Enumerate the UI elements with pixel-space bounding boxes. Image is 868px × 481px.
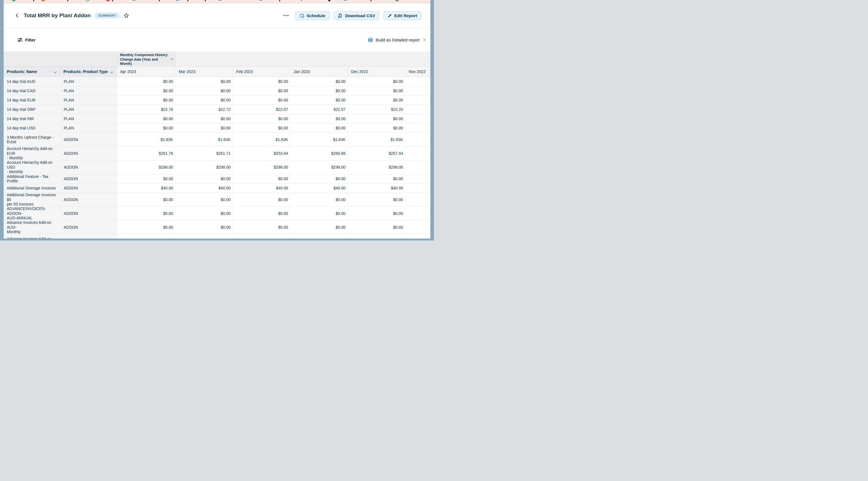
mrr-value-cell: $0.00: [117, 123, 176, 132]
mrr-value-cell: $0.00: [290, 207, 348, 220]
column-header-products-name-label: Products: Name: [7, 69, 37, 74]
product-type-cell: PLAN: [60, 86, 117, 95]
table-body: 14 day trial AUDPLAN$0.00$0.00$0.00$0.00…: [4, 77, 430, 239]
mrr-value-cell: $0.00: [290, 220, 348, 234]
product-type-cell: ADDON: [60, 193, 117, 206]
browser-tab-favicon[interactable]: W: [343, 0, 347, 1]
browser-tab-favicon[interactable]: [106, 0, 110, 1]
summary-badge: SUMMARY: [95, 12, 120, 19]
summary-table: Monthly Component History: Change date (…: [4, 52, 430, 239]
empty-value-cell: [406, 147, 430, 160]
mrr-value-cell: $0.00: [117, 86, 176, 95]
mrr-value-cell: $0.00: [117, 207, 176, 220]
mrr-value-cell: $1.63K: [117, 133, 176, 146]
mrr-value-cell: $260.66: [290, 147, 348, 160]
browser-tab-favicon[interactable]: [85, 0, 89, 1]
empty-value-cell: [406, 86, 430, 95]
empty-value-cell: [233, 234, 290, 239]
browser-tab-favicon[interactable]: [205, 0, 206, 1]
mrr-value-cell: $0.00: [233, 174, 290, 183]
product-name-cell: Advance Invoices Add-on AUD- Monthly: [4, 220, 60, 234]
mrr-value-cell: $0.00: [348, 96, 406, 104]
table-row: 14 day trial INRPLAN$0.00$0.00$0.00$0.00…: [4, 114, 430, 123]
browser-tab-favicon[interactable]: [187, 0, 188, 1]
edit-report-button[interactable]: Edit Report: [383, 11, 421, 20]
mrr-value-cell: $0.00: [348, 193, 406, 206]
product-type-cell: ADDON: [60, 184, 117, 192]
mrr-value-cell: $253.84: [233, 147, 290, 160]
product-type-cell: ADDON: [60, 147, 117, 160]
browser-tab-favicon[interactable]: [279, 0, 280, 1]
browser-tab-favicon[interactable]: W: [176, 0, 180, 1]
column-header-products-name[interactable]: Products: Name: [4, 66, 60, 77]
browser-tab-favicon[interactable]: [33, 0, 34, 1]
browser-tab-favicon[interactable]: W: [218, 0, 222, 1]
browser-tab-favicon[interactable]: V: [300, 0, 304, 1]
table-row: 14 day trial EURPLAN$0.00$0.00$0.00$0.00…: [4, 96, 430, 105]
table-row: Account Hierarchy Add-on USD - MonthlyAD…: [4, 160, 430, 174]
group-header-monthly-component-history[interactable]: Monthly Component History: Change date (…: [117, 52, 176, 66]
chevron-down-icon: [111, 70, 113, 73]
download-csv-button-label: Download CSV: [345, 13, 375, 18]
browser-tab-favicon[interactable]: [112, 0, 113, 1]
table-row: Additional Overage Invoices $5 per 50 In…: [4, 193, 430, 207]
mrr-value-cell: $0.00: [176, 220, 233, 234]
product-name-cell: 14 day trial INR: [4, 114, 60, 123]
table-row: Advance Invoices Add-on EUR-: [4, 234, 430, 239]
column-header-products-product-type[interactable]: Products: Product Type: [60, 66, 117, 77]
empty-value-cell: [406, 220, 430, 234]
favorite-star-button[interactable]: [123, 13, 129, 19]
mrr-value-cell: $40.00: [348, 184, 406, 192]
mrr-value-cell: $22.57: [290, 105, 348, 114]
mrr-value-cell: $0.00: [348, 114, 406, 123]
mrr-value-cell: $0.00: [176, 193, 233, 206]
table-row: 14 day trial GBPPLAN$22.78$22.72$22.07$2…: [4, 105, 430, 114]
mrr-value-cell: $0.00: [176, 114, 233, 123]
mrr-value-cell: $0.00: [290, 174, 348, 183]
mrr-value-cell: $0.00: [233, 207, 290, 220]
product-type-cell: ADDON: [60, 133, 117, 146]
download-csv-button[interactable]: Download CSV: [334, 11, 379, 20]
build-detailed-report-link[interactable]: Build as Detailed report: [368, 37, 425, 42]
empty-value-cell: [406, 133, 430, 146]
browser-tab-strip[interactable]: WWWWVW: [4, 0, 430, 3]
mrr-value-cell: $298.00: [233, 160, 290, 174]
pencil-icon: [388, 13, 392, 18]
mrr-value-cell: $40.00: [233, 184, 290, 192]
filter-button[interactable]: Filter: [18, 37, 35, 42]
product-name-cell: 14 day trial GBP: [4, 105, 60, 114]
mrr-value-cell: $0.00: [290, 193, 348, 206]
column-header-month: Mar 2023: [176, 66, 233, 77]
build-detailed-report-label: Build as Detailed report: [376, 37, 420, 42]
browser-tab-favicon[interactable]: [159, 0, 160, 1]
mrr-value-cell: $0.00: [348, 77, 406, 86]
product-type-cell: PLAN: [60, 114, 117, 123]
browser-tab-favicon[interactable]: [371, 0, 371, 1]
product-name-cell: Account Hierarchy Add-on EUR - Monthly: [4, 147, 60, 160]
empty-value-cell: [176, 234, 233, 239]
mrr-value-cell: $0.00: [290, 114, 348, 123]
mrr-value-cell: $40.00: [176, 184, 233, 192]
mrr-value-cell: $0.00: [117, 114, 176, 123]
mrr-value-cell: $0.00: [176, 123, 233, 132]
browser-tab-favicon[interactable]: [67, 0, 68, 1]
star-icon: [123, 13, 129, 19]
mrr-value-cell: $0.00: [117, 96, 176, 104]
table-row: Additional Feature - Tax ProfileADDON$0.…: [4, 174, 430, 184]
mrr-value-cell: $22.72: [176, 105, 233, 114]
schedule-button[interactable]: Schedule: [296, 11, 330, 20]
browser-tab-favicon[interactable]: [328, 0, 330, 1]
browser-tab-favicon[interactable]: [41, 0, 45, 1]
mrr-value-cell: $0.00: [348, 174, 406, 183]
mrr-value-cell: $298.00: [117, 160, 176, 174]
page-title: Total MRR by Plan/ Addon: [24, 12, 91, 19]
empty-value-cell: [406, 193, 430, 206]
browser-tab-favicon[interactable]: W: [132, 0, 136, 1]
browser-tab-favicon[interactable]: W: [259, 0, 262, 1]
product-name-cell: Additional Overage Invoices: [4, 184, 60, 192]
more-options-button[interactable]: [283, 13, 289, 18]
mrr-value-cell: $0.00: [233, 77, 290, 86]
back-icon[interactable]: [16, 13, 20, 18]
browser-tab-favicon[interactable]: [395, 0, 399, 1]
browser-tab-favicon[interactable]: [12, 0, 16, 1]
